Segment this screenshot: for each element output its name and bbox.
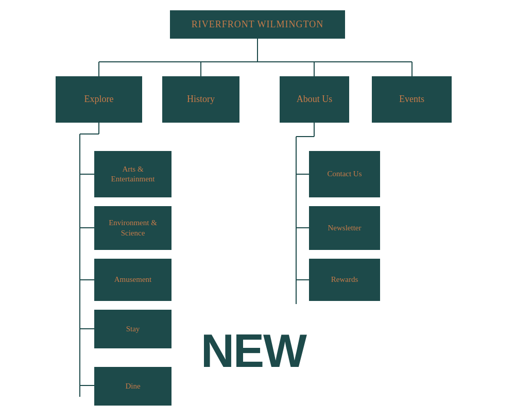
rewards-node: Rewards	[309, 259, 380, 301]
new-label: NEW	[201, 325, 306, 378]
dine-node: Dine	[94, 367, 171, 406]
stay-node: Stay	[94, 310, 171, 348]
events-node: Events	[372, 76, 452, 123]
arts-entertainment-node: Arts &Entertainment	[94, 151, 171, 197]
newsletter-node: Newsletter	[309, 206, 380, 250]
contact-us-node: Contact Us	[309, 151, 380, 197]
history-node: History	[162, 76, 239, 123]
about-us-node: About Us	[280, 76, 349, 123]
root-node: RIVERFRONT WILMINGTON	[170, 10, 345, 39]
environment-science-node: Environment &Science	[94, 206, 171, 250]
sitemap-diagram: RIVERFRONT WILMINGTON Explore History Ab…	[0, 0, 515, 420]
explore-node: Explore	[56, 76, 142, 123]
amusement-node: Amusement	[94, 259, 171, 301]
